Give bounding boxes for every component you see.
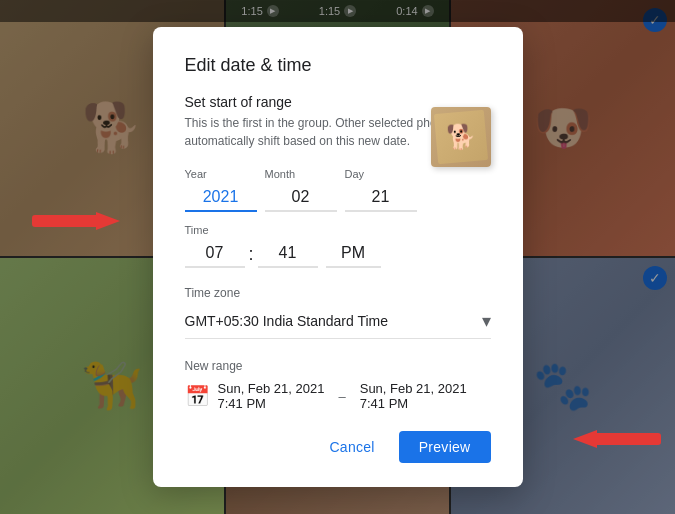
time-colon: : — [249, 244, 254, 267]
time-hour-input[interactable] — [185, 240, 245, 268]
timezone-select[interactable]: GMT+05:30 India Standard Time ▾ — [185, 304, 491, 339]
day-field-group: Day — [345, 168, 417, 212]
timezone-text: GMT+05:30 India Standard Time — [185, 313, 389, 329]
cancel-button[interactable]: Cancel — [313, 431, 390, 463]
range-separator: – — [338, 389, 345, 404]
range-end-time: 7:41 PM — [360, 396, 467, 411]
time-min-input[interactable] — [258, 240, 318, 268]
new-range-label: New range — [185, 359, 491, 373]
button-row: Cancel Preview — [185, 431, 491, 463]
day-label: Day — [345, 168, 417, 180]
timezone-section: Time zone GMT+05:30 India Standard Time … — [185, 286, 491, 339]
month-input[interactable] — [265, 184, 337, 212]
month-label: Month — [265, 168, 337, 180]
timezone-name: India Standard Time — [263, 313, 388, 329]
svg-rect-4 — [591, 433, 661, 445]
time-fields-row: Time : — [185, 224, 491, 268]
edit-datetime-modal: Edit date & time Set start of range This… — [153, 27, 523, 487]
year-input[interactable] — [185, 184, 257, 212]
year-label: Year — [185, 168, 257, 180]
new-range-section: New range 📅 Sun, Feb 21, 2021 7:41 PM – … — [185, 359, 491, 411]
date-fields-row: Year Month Day — [185, 168, 491, 212]
day-input[interactable] — [345, 184, 417, 212]
time-min-group — [258, 224, 318, 268]
ampm-input[interactable] — [326, 240, 381, 268]
month-field-group: Month — [265, 168, 337, 212]
preview-button[interactable]: Preview — [399, 431, 491, 463]
photo-thumbnail — [431, 107, 491, 167]
time-hour-group: Time — [185, 224, 245, 268]
range-start-date: Sun, Feb 21, 2021 — [218, 381, 325, 396]
chevron-down-icon: ▾ — [482, 310, 491, 332]
modal-title: Edit date & time — [185, 55, 491, 76]
calendar-icon: 📅 — [185, 384, 210, 408]
year-field-group: Year — [185, 168, 257, 212]
ampm-group — [326, 224, 381, 268]
time-label: Time — [185, 224, 245, 236]
timezone-label: Time zone — [185, 286, 491, 300]
svg-rect-1 — [32, 215, 102, 227]
left-arrow — [32, 204, 122, 238]
range-row: 📅 Sun, Feb 21, 2021 7:41 PM – Sun, Feb 2… — [185, 381, 491, 411]
right-arrow — [571, 422, 661, 456]
timezone-offset: GMT+05:30 — [185, 313, 259, 329]
range-start-time: 7:41 PM — [218, 396, 325, 411]
range-end-date: Sun, Feb 21, 2021 — [360, 381, 467, 396]
range-end: Sun, Feb 21, 2021 7:41 PM — [360, 381, 467, 411]
range-start: Sun, Feb 21, 2021 7:41 PM — [218, 381, 325, 411]
